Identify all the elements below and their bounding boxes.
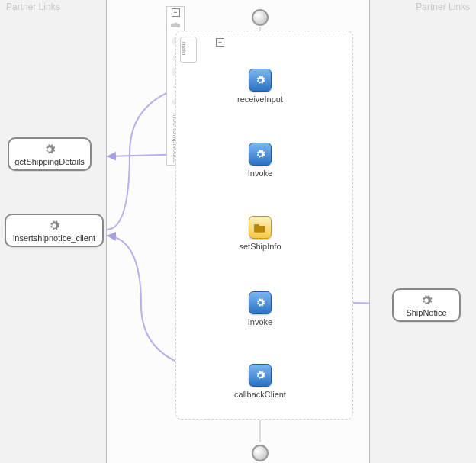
bpel-diagram-canvas: Partner Links Partner Links − InsertShip… [0,0,476,463]
partner-label: ShipNotice [406,308,446,317]
pane-title-right: Partner Links [370,0,476,14]
partner-label: getShippingDetails [14,157,85,166]
activity-callbackClient[interactable] [249,364,272,387]
gear-icon [255,370,265,381]
activity-receiveInput[interactable] [249,69,272,92]
partner-insertshipnotice-client[interactable]: insertshipnotice_client [5,214,104,247]
partner-links-right-pane: Partner Links [369,0,476,463]
end-node[interactable] [252,445,269,461]
palette-collapse-button[interactable]: − [172,8,180,17]
partner-getShippingDetails[interactable]: getShippingDetails [8,137,92,171]
activity-setShipInfo[interactable] [249,216,272,239]
activity-label-invoke-1: Invoke [214,169,306,178]
gear-icon [255,149,265,159]
gear-icon [43,143,56,156]
assign-icon [254,222,266,233]
activity-label-setShipInfo: setShipInfo [214,242,306,251]
pane-title-left: Partner Links [0,0,106,14]
activity-label-receiveInput: receiveInput [214,95,306,104]
scope-tab-main[interactable]: main [180,37,197,63]
partner-label: insertshipnotice_client [13,233,95,243]
main-scope-collapse-button[interactable]: − [216,38,224,47]
gear-icon [255,297,265,308]
activity-label-invoke-2: Invoke [214,317,306,326]
activity-invoke-2[interactable] [249,291,272,314]
gear-icon [420,294,433,307]
activity-label-callbackClient: callbackClient [214,390,306,399]
start-node[interactable] [252,9,269,26]
partner-shipNotice[interactable]: ShipNotice [392,288,461,322]
activity-invoke-1[interactable] [249,143,272,166]
gear-icon [255,75,265,85]
gear-icon [48,220,60,232]
